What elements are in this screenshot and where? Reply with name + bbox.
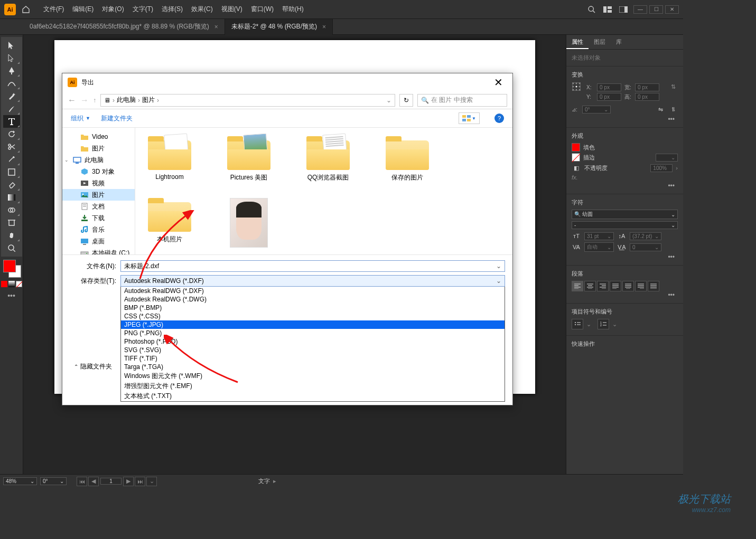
- folder-item[interactable]: Lightroom: [141, 136, 199, 182]
- fill-swatch-icon[interactable]: [572, 143, 580, 152]
- rotate-tool-icon[interactable]: [3, 128, 20, 140]
- menu-window[interactable]: 窗口(W): [247, 5, 278, 14]
- breadcrumb[interactable]: 此电脑: [117, 96, 136, 105]
- numbering-button[interactable]: 12: [598, 319, 609, 329]
- arrange-icon[interactable]: [601, 4, 614, 15]
- h-field[interactable]: 0 px: [635, 93, 659, 101]
- align-right-button[interactable]: [597, 281, 609, 291]
- stroke-swatch-icon[interactable]: [572, 153, 580, 162]
- panel-tab-layers[interactable]: 图层: [589, 35, 611, 49]
- filetype-option[interactable]: Autodesk RealDWG (*.DXF): [121, 287, 505, 295]
- window-maximize-button[interactable]: ☐: [649, 5, 663, 14]
- last-artboard-button[interactable]: ⏭: [135, 477, 145, 486]
- document-tab[interactable]: 0af6eb24c5182e7f405855fc5fcf80b.jpg* @ 8…: [23, 19, 225, 35]
- fx-label[interactable]: fx.: [572, 174, 578, 181]
- reference-point-icon[interactable]: [572, 82, 581, 91]
- tree-item[interactable]: 视频: [62, 177, 135, 189]
- address-bar[interactable]: 🖥 › 此电脑 › 图片 › ⌄: [100, 94, 395, 107]
- curvature-tool-icon[interactable]: [3, 77, 20, 90]
- filetype-dropdown[interactable]: Autodesk RealDWG (*.DXF)Autodesk RealDWG…: [120, 287, 505, 402]
- align-center-button[interactable]: [584, 281, 596, 291]
- menu-view[interactable]: 视图(V): [217, 5, 247, 14]
- section-menu-icon[interactable]: •••: [572, 116, 678, 123]
- opacity-field[interactable]: 100%: [650, 164, 673, 172]
- folder-item[interactable]: Pictures 美图: [220, 136, 278, 182]
- tree-item[interactable]: 音乐: [62, 224, 135, 235]
- flip-v-icon[interactable]: ⥮: [668, 105, 678, 114]
- panel-tab-properties[interactable]: 属性: [566, 35, 589, 49]
- shape-builder-tool-icon[interactable]: [3, 204, 20, 216]
- fill-swatch[interactable]: [3, 260, 16, 272]
- link-wh-icon[interactable]: ⇅: [668, 82, 678, 91]
- zoom-field[interactable]: 48%⌄: [3, 477, 37, 485]
- image-item[interactable]: [220, 198, 278, 248]
- folder-item[interactable]: QQ浏览器截图: [299, 136, 357, 182]
- shape-tool-icon[interactable]: [3, 166, 20, 178]
- tab-close-icon[interactable]: ×: [214, 23, 218, 31]
- new-folder-button[interactable]: 新建文件夹: [101, 114, 133, 123]
- nav-up-button[interactable]: ↑: [93, 97, 96, 104]
- kerning-field[interactable]: 自动⌄: [584, 242, 614, 252]
- zoom-tool-icon[interactable]: [3, 242, 20, 254]
- type-tool-icon[interactable]: [3, 115, 20, 128]
- filetype-option[interactable]: TIFF (*.TIF): [121, 354, 505, 363]
- gradient-tool-icon[interactable]: [3, 191, 20, 204]
- scissors-tool-icon[interactable]: [3, 140, 20, 153]
- rotation-field[interactable]: 0°⌄: [40, 477, 67, 485]
- angle-field[interactable]: 0°⌄: [582, 106, 611, 114]
- hide-folders-toggle[interactable]: ⌃隐藏文件夹: [70, 360, 112, 371]
- artboard-nav-menu[interactable]: ⌄: [146, 477, 157, 486]
- leading-field[interactable]: (37.2 pt)⌄: [630, 232, 661, 240]
- justify-all-button[interactable]: [648, 281, 659, 291]
- filetype-option[interactable]: SVG (*.SVG): [121, 346, 505, 354]
- justify-right-button[interactable]: [635, 281, 647, 291]
- pen-tool-icon[interactable]: [3, 64, 20, 77]
- tree-item[interactable]: 文档: [62, 201, 135, 212]
- folder-item[interactable]: 本机照片: [141, 198, 199, 248]
- tree-item[interactable]: Video: [62, 131, 135, 143]
- filetype-option[interactable]: Photoshop (*.PSD): [121, 337, 505, 346]
- refresh-button[interactable]: ↻: [399, 94, 413, 107]
- section-menu-icon[interactable]: •••: [572, 291, 678, 299]
- tree-item[interactable]: 桌面: [62, 235, 135, 247]
- eyedropper-tool-icon[interactable]: [3, 153, 20, 166]
- search-field[interactable]: 🔍 在 图片 中搜索: [417, 94, 507, 107]
- edit-toolbar-button[interactable]: •••: [7, 291, 15, 300]
- first-artboard-button[interactable]: ⏮: [77, 477, 87, 486]
- dialog-close-button[interactable]: ✕: [490, 76, 507, 89]
- search-icon[interactable]: [585, 4, 599, 15]
- bullets-button[interactable]: [572, 319, 583, 329]
- address-dropdown-icon[interactable]: ⌄: [386, 97, 391, 104]
- direct-selection-tool-icon[interactable]: [3, 52, 20, 64]
- filetype-option[interactable]: PNG (*.PNG): [121, 329, 505, 337]
- justify-left-button[interactable]: [610, 281, 621, 291]
- workspace-icon[interactable]: [617, 4, 630, 15]
- artboard-number-field[interactable]: [100, 478, 122, 485]
- tree-item[interactable]: 图片: [62, 143, 135, 154]
- window-minimize-button[interactable]: —: [633, 5, 647, 14]
- breadcrumb[interactable]: 图片: [142, 96, 155, 105]
- filetype-option[interactable]: Targa (*.TGA): [121, 363, 505, 371]
- menu-object[interactable]: 对象(O): [98, 5, 128, 14]
- file-list[interactable]: LightroomPictures 美图QQ浏览器截图保存的图片本机照片: [135, 128, 512, 254]
- window-close-button[interactable]: ✕: [665, 5, 679, 14]
- y-field[interactable]: 0 px: [597, 93, 621, 101]
- document-tab[interactable]: 未标题-2* @ 48 % (RGB/预览) ×: [225, 19, 333, 35]
- w-field[interactable]: 0 px: [635, 83, 659, 91]
- organize-button[interactable]: 组织 ▼: [71, 114, 90, 123]
- justify-center-button[interactable]: [622, 281, 634, 291]
- magic-wand-tool-icon[interactable]: [3, 90, 20, 102]
- filetype-option[interactable]: Windows 图元文件 (*.WMF): [121, 371, 505, 381]
- panel-tab-libraries[interactable]: 库: [611, 35, 627, 49]
- artboard-tool-icon[interactable]: [3, 216, 20, 229]
- filename-field[interactable]: 未标题-2.dxf⌄: [120, 260, 505, 272]
- filetype-option[interactable]: 增强型图元文件 (*.EMF): [121, 381, 505, 391]
- section-menu-icon[interactable]: •••: [572, 253, 678, 261]
- tracking-field[interactable]: 0⌄: [630, 243, 661, 251]
- nav-back-button[interactable]: ←: [68, 96, 76, 105]
- menu-help[interactable]: 帮助(H): [278, 5, 308, 14]
- eraser-tool-icon[interactable]: [3, 178, 20, 191]
- tree-item[interactable]: 图片: [62, 189, 135, 201]
- home-icon[interactable]: [20, 4, 32, 15]
- menu-file[interactable]: 文件(F): [39, 5, 68, 14]
